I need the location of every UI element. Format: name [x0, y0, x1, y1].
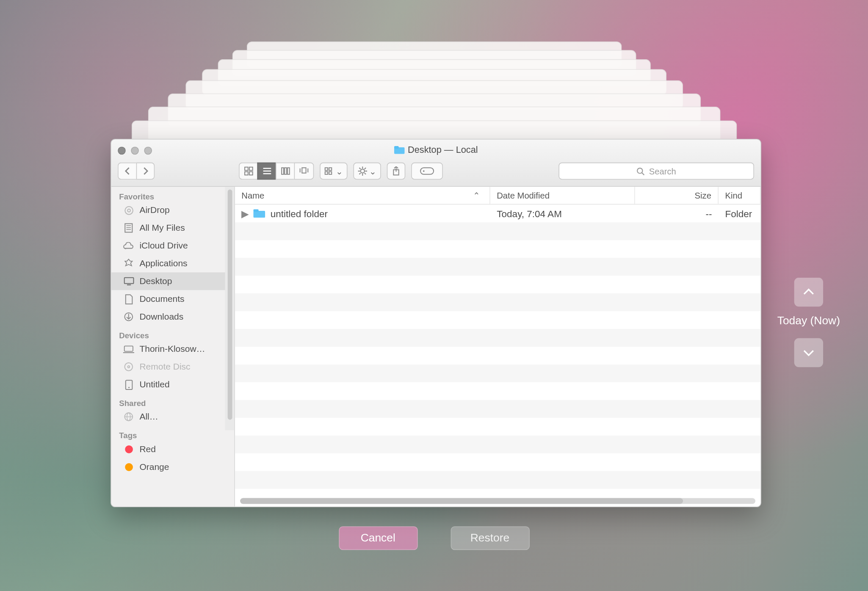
sidebar-item-label: All My Files [139, 223, 185, 233]
sidebar-item-untitled[interactable]: Untitled [111, 376, 235, 393]
downloads-icon [123, 311, 134, 322]
sidebar-item-label: Desktop [139, 276, 172, 286]
sidebar-item-airdrop[interactable]: AirDrop [111, 202, 235, 219]
svg-line-24 [359, 168, 360, 169]
sidebar-section-favorites: Favorites [111, 187, 235, 201]
svg-rect-54 [253, 209, 258, 212]
svg-point-32 [638, 168, 643, 173]
forward-button[interactable] [136, 163, 155, 180]
window-close-button[interactable] [118, 147, 126, 155]
column-headers: Name⌃ Date Modified Size Kind [235, 187, 761, 204]
sidebar: Favorites AirDrop All My Files iCloud Dr… [111, 187, 235, 506]
traffic-lights [118, 147, 152, 155]
documents-icon [123, 293, 134, 304]
svg-point-19 [361, 169, 365, 173]
sidebar-item-label: Applications [139, 259, 187, 268]
search-field[interactable]: Search [558, 163, 754, 180]
sidebar-section-devices: Devices [111, 326, 235, 340]
sidebar-item-label: All… [139, 412, 158, 422]
column-header-kind[interactable]: Kind [719, 187, 760, 204]
sidebar-scrollbar[interactable] [225, 187, 234, 430]
laptop-icon [123, 343, 134, 354]
svg-line-27 [365, 168, 366, 169]
sidebar-item-computer[interactable]: Thorin-Klosow… [111, 340, 235, 358]
sidebar-item-all-my-files[interactable]: All My Files [111, 219, 235, 237]
svg-rect-3 [249, 167, 252, 171]
sidebar-item-label: Untitled [139, 380, 169, 389]
window-zoom-button[interactable] [144, 147, 152, 155]
sidebar-item-label: Remote Disc [139, 362, 190, 372]
svg-point-46 [124, 363, 133, 371]
view-coverflow-button[interactable] [294, 163, 314, 180]
sidebar-item-tag-red[interactable]: Red [111, 440, 235, 458]
allfiles-icon [123, 222, 134, 233]
horizontal-scrollbar[interactable] [240, 498, 755, 504]
apps-icon [123, 258, 134, 269]
disclosure-triangle-icon[interactable]: ▶ [241, 208, 248, 219]
sidebar-item-remote-disc[interactable]: Remote Disc [111, 358, 235, 376]
bottom-buttons: Cancel Restore [339, 526, 530, 550]
disc-icon [123, 361, 134, 372]
sidebar-item-label: Orange [139, 462, 169, 472]
column-header-size[interactable]: Size [635, 187, 719, 204]
sidebar-item-label: iCloud Drive [139, 241, 188, 251]
svg-rect-12 [302, 168, 306, 173]
svg-line-33 [642, 173, 644, 175]
sidebar-item-label: AirDrop [139, 205, 169, 215]
window-minimize-button[interactable] [131, 147, 139, 155]
tag-red-icon [123, 443, 134, 454]
network-icon [123, 411, 134, 422]
view-mode-segment [239, 163, 314, 180]
back-button[interactable] [118, 163, 136, 180]
action-button[interactable]: ⌄ [353, 163, 381, 180]
sidebar-item-downloads[interactable]: Downloads [111, 308, 235, 326]
column-header-date[interactable]: Date Modified [490, 187, 635, 204]
arrange-button[interactable]: ⌄ [320, 163, 347, 180]
svg-point-47 [127, 366, 130, 368]
svg-rect-11 [287, 168, 289, 175]
svg-point-34 [124, 206, 133, 214]
share-button[interactable] [387, 163, 406, 180]
nav-back-forward [118, 163, 155, 180]
tags-button[interactable] [411, 163, 443, 180]
sidebar-item-network-all[interactable]: All… [111, 408, 235, 425]
svg-rect-4 [244, 172, 248, 175]
timeline-up-button[interactable] [794, 278, 823, 307]
svg-rect-16 [329, 168, 332, 171]
view-list-button[interactable] [257, 163, 276, 180]
airdrop-icon [123, 204, 134, 215]
sidebar-item-documents[interactable]: Documents [111, 290, 235, 308]
folder-icon [394, 146, 404, 154]
sidebar-item-desktop[interactable]: Desktop [111, 272, 235, 290]
search-placeholder: Search [649, 166, 676, 176]
icloud-icon [123, 240, 134, 251]
sidebar-item-label: Downloads [139, 312, 183, 322]
sort-asc-icon: ⌃ [473, 191, 480, 200]
timeline-down-button[interactable] [794, 338, 823, 367]
titlebar: Desktop — Local ⌄ ⌄ Search [111, 139, 761, 187]
sidebar-item-label: Red [139, 444, 155, 454]
sidebar-item-tag-orange[interactable]: Orange [111, 458, 235, 476]
file-row[interactable]: ▶ untitled folder Today, 7:04 AM -- Fold… [235, 204, 761, 222]
svg-rect-18 [329, 172, 332, 174]
desktop-icon [123, 276, 134, 287]
cancel-button[interactable]: Cancel [339, 526, 417, 550]
timeline-label: Today (Now) [766, 315, 851, 328]
window-title: Desktop — Local [111, 144, 761, 155]
sidebar-item-label: Documents [139, 294, 184, 304]
tag-orange-icon [123, 461, 134, 472]
column-header-name[interactable]: Name⌃ [235, 187, 490, 204]
svg-rect-53 [253, 211, 265, 218]
view-icon-button[interactable] [239, 163, 257, 180]
svg-rect-17 [325, 172, 328, 174]
sidebar-item-applications[interactable]: Applications [111, 254, 235, 272]
sidebar-section-tags: Tags [111, 425, 235, 440]
file-kind: Folder [725, 208, 752, 219]
file-name: untitled folder [271, 208, 328, 219]
svg-rect-30 [420, 168, 434, 175]
sidebar-item-icloud[interactable]: iCloud Drive [111, 237, 235, 254]
folder-icon [253, 209, 265, 218]
restore-button[interactable]: Restore [451, 526, 529, 550]
view-column-button[interactable] [276, 163, 294, 180]
svg-line-26 [359, 173, 360, 174]
